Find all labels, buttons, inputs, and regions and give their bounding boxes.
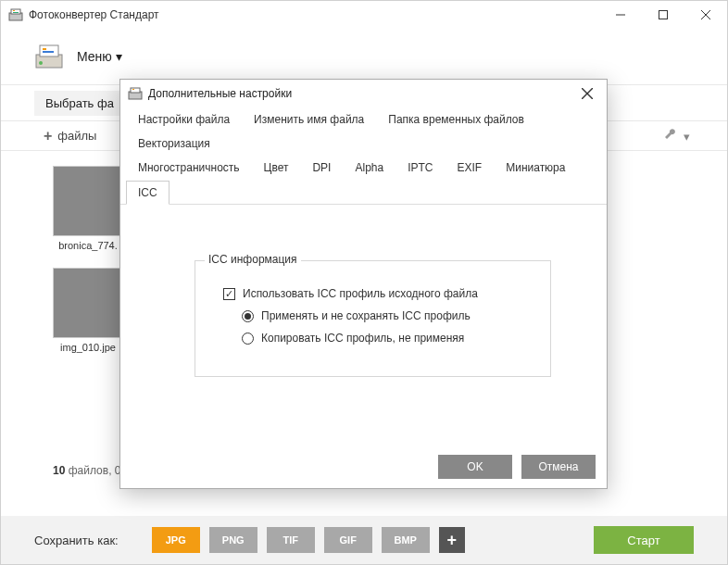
- dialog-titlebar: Дополнительные настройки: [120, 80, 607, 107]
- cancel-button[interactable]: Отмена: [521, 455, 596, 479]
- tab-vectorization[interactable]: Векторизация: [126, 132, 222, 156]
- dialog-title: Дополнительные настройки: [148, 87, 292, 100]
- svg-rect-15: [132, 89, 134, 90]
- apply-not-save-radio-row[interactable]: Применять и не сохранять ICC профиль: [214, 309, 532, 322]
- ok-button[interactable]: OK: [438, 455, 512, 479]
- tab-dpi[interactable]: DPI: [300, 156, 343, 180]
- radio-icon: [242, 310, 254, 322]
- radio-label: Копировать ICC профиль, не применяя: [261, 332, 464, 345]
- checkbox-label: Использовать ICC профиль исходного файла: [243, 287, 478, 300]
- dialog-close-button[interactable]: [573, 80, 601, 107]
- tab-temp-folder[interactable]: Папка временных файлов: [376, 107, 536, 132]
- dialog-body: ICC информация Использовать ICC профиль …: [120, 205, 607, 446]
- copy-not-apply-radio-row[interactable]: Копировать ICC профиль, не применяя: [214, 332, 532, 345]
- tab-thumbnail[interactable]: Миниатюра: [494, 156, 577, 180]
- group-title: ICC информация: [205, 253, 301, 266]
- tab-color[interactable]: Цвет: [252, 156, 301, 180]
- tab-alpha[interactable]: Alpha: [343, 156, 395, 180]
- settings-dialog: Дополнительные настройки Настройки файла…: [119, 79, 608, 489]
- checkbox-icon: [223, 288, 235, 300]
- radio-label: Применять и не сохранять ICC профиль: [261, 309, 471, 322]
- dialog-overlay: Дополнительные настройки Настройки файла…: [1, 1, 727, 564]
- use-icc-checkbox-row[interactable]: Использовать ICC профиль исходного файла: [214, 287, 532, 300]
- radio-icon: [242, 333, 254, 345]
- tab-exif[interactable]: EXIF: [446, 156, 495, 180]
- tab-icc[interactable]: ICC: [126, 181, 169, 205]
- dialog-buttons: OK Отмена: [120, 446, 607, 488]
- tab-multipage[interactable]: Многостраничность: [126, 156, 252, 180]
- tab-iptc[interactable]: IPTC: [395, 156, 445, 180]
- icc-group: ICC информация Использовать ICC профиль …: [195, 260, 551, 377]
- dialog-icon: [128, 86, 143, 101]
- dialog-tabs: Настройки файла Изменить имя файла Папка…: [120, 107, 607, 205]
- svg-rect-14: [131, 88, 140, 93]
- tab-file-settings[interactable]: Настройки файла: [126, 107, 242, 132]
- tab-rename[interactable]: Изменить имя файла: [242, 107, 376, 132]
